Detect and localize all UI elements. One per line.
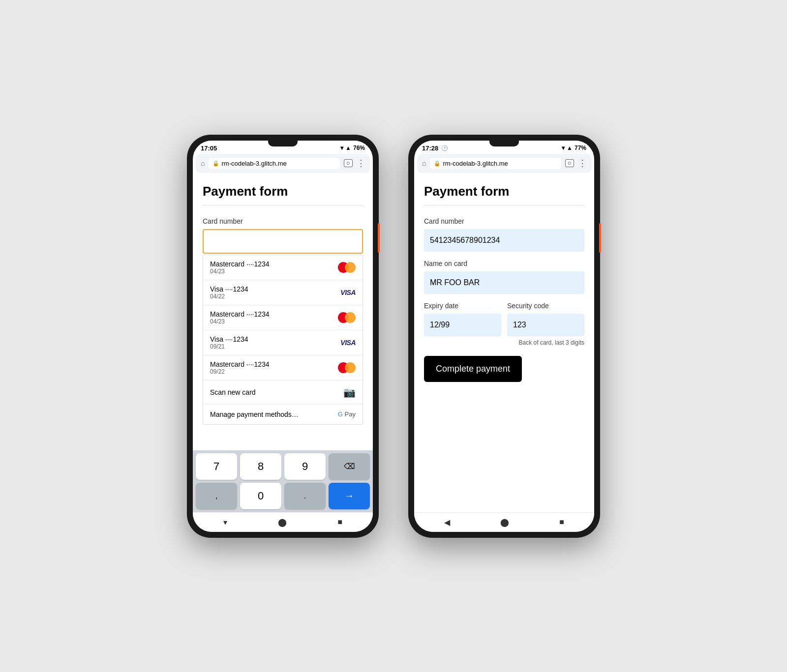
suggestion-name: Mastercard ····1234 <box>210 260 270 268</box>
list-item[interactable]: Visa ····1234 04/22 VISA <box>203 280 363 305</box>
key-9[interactable]: 9 <box>284 453 326 480</box>
key-8[interactable]: 8 <box>240 453 281 480</box>
nav-recent[interactable]: ■ <box>559 518 564 526</box>
nav-back[interactable]: ◀ <box>444 518 450 527</box>
wifi-icon: ▾ <box>562 145 565 151</box>
suggestion-details: Mastercard ····1234 09/22 <box>210 360 270 375</box>
status-time: 17:28 <box>422 145 438 152</box>
left-page-content: Payment form Card number Mastercard ····… <box>193 174 373 450</box>
nav-recent[interactable]: ■ <box>338 518 343 526</box>
security-code-input[interactable] <box>507 314 584 336</box>
security-hint: Back of card, last 3 digits <box>424 339 584 346</box>
expiry-input[interactable] <box>424 314 501 336</box>
mastercard-icon <box>338 362 356 373</box>
status-time: 17:05 <box>201 145 217 152</box>
key-0[interactable]: 0 <box>240 483 281 509</box>
card-number-input[interactable] <box>424 229 584 252</box>
home-icon[interactable]: ⌂ <box>201 159 205 167</box>
home-icon[interactable]: ⌂ <box>422 159 426 167</box>
mc-circle-right <box>345 362 356 373</box>
scan-new-card-row[interactable]: Scan new card 📷 <box>203 380 363 405</box>
suggestion-name: Visa ····1234 <box>210 335 248 343</box>
suggestion-expiry: 04/23 <box>210 318 270 325</box>
card-number-label: Card number <box>203 217 363 225</box>
suggestion-expiry: 09/22 <box>210 368 270 375</box>
list-item[interactable]: Mastercard ····1234 04/23 <box>203 305 363 330</box>
camera-notch <box>489 141 519 146</box>
left-phone: 17:05 ▾ ▲ 76% ⌂ 🔒 rm-codelab-3.glitch.me… <box>187 135 379 538</box>
suggestion-name: Visa ····1234 <box>210 285 248 293</box>
scan-new-card-label: Scan new card <box>210 388 256 396</box>
gpay-icon: G Pay <box>338 410 356 418</box>
right-phone-wrapper: 17:28 🕑 ▾ ▲ 77% ⌂ 🔒 rm-codelab-3.glitch.… <box>408 135 600 538</box>
title-divider <box>424 205 584 205</box>
expiry-label: Expiry date <box>424 302 501 310</box>
suggestion-details: Mastercard ····1234 04/23 <box>210 310 270 325</box>
suggestion-expiry: 04/22 <box>210 293 248 300</box>
key-backspace[interactable]: ⌫ <box>329 453 370 480</box>
key-7[interactable]: 7 <box>196 453 237 480</box>
mc-circle-right <box>345 312 356 323</box>
name-on-card-input[interactable] <box>424 271 584 294</box>
more-options-icon[interactable]: ⋮ <box>578 158 586 169</box>
clock-icon: 🕑 <box>441 145 448 151</box>
visa-icon: VISA <box>340 289 356 296</box>
manage-payment-label: Manage payment methods… <box>210 410 299 418</box>
suggestion-details: Mastercard ····1234 04/23 <box>210 260 270 275</box>
suggestion-name: Mastercard ····1234 <box>210 360 270 368</box>
left-phone-wrapper: 17:05 ▾ ▲ 76% ⌂ 🔒 rm-codelab-3.glitch.me… <box>187 135 379 538</box>
battery-text: 77% <box>575 145 586 151</box>
url-bar[interactable]: 🔒 rm-codelab-3.glitch.me <box>209 158 340 169</box>
url-bar[interactable]: 🔒 rm-codelab-3.glitch.me <box>430 158 561 169</box>
security-field: Security code <box>507 302 584 336</box>
lock-icon: 🔒 <box>434 160 441 167</box>
list-item[interactable]: Mastercard ····1234 04/23 <box>203 255 363 280</box>
suggestion-expiry: 09/21 <box>210 343 248 350</box>
visa-icon: VISA <box>340 339 356 347</box>
expiry-security-row: Expiry date Security code <box>424 302 584 336</box>
key-comma[interactable]: , <box>196 483 237 509</box>
side-volume-bar <box>599 223 601 253</box>
lock-icon: 🔒 <box>212 160 219 167</box>
camera-notch <box>268 141 298 146</box>
url-text: rm-codelab-3.glitch.me <box>443 160 508 167</box>
signal-icon: ▲ <box>345 145 351 151</box>
list-item[interactable]: Mastercard ····1234 09/22 <box>203 355 363 380</box>
bottom-nav: ▾ ⬤ ■ <box>193 512 373 532</box>
right-page-content: Payment form Card number Name on card Ex… <box>414 174 594 512</box>
page-title: Payment form <box>424 184 584 199</box>
side-volume-bar <box>378 223 380 253</box>
suggestions-dropdown: Mastercard ····1234 04/23 Visa ····1234 … <box>203 255 363 425</box>
status-icons: ▾ ▲ 77% <box>562 145 586 151</box>
suggestion-details: Visa ····1234 09/21 <box>210 335 248 350</box>
security-label: Security code <box>507 302 584 310</box>
manage-payment-methods-row[interactable]: Manage payment methods… G Pay <box>203 405 363 424</box>
key-period[interactable]: . <box>284 483 326 509</box>
url-text: rm-codelab-3.glitch.me <box>221 160 286 167</box>
status-icons: ▾ ▲ 76% <box>340 145 365 151</box>
numeric-keyboard: 7 8 9 ⌫ , 0 . → <box>193 450 373 512</box>
suggestion-name: Mastercard ····1234 <box>210 310 270 318</box>
nav-back[interactable]: ▾ <box>223 518 227 527</box>
nav-home[interactable]: ⬤ <box>278 518 287 527</box>
expiry-field: Expiry date <box>424 302 501 336</box>
bottom-nav: ◀ ⬤ ■ <box>414 512 594 532</box>
more-options-icon[interactable]: ⋮ <box>357 158 365 169</box>
tab-switcher-icon[interactable]: D <box>565 159 574 167</box>
card-number-input[interactable] <box>203 229 363 254</box>
mastercard-icon <box>338 312 356 323</box>
complete-payment-button[interactable]: Complete payment <box>424 356 522 382</box>
list-item[interactable]: Visa ····1234 09/21 VISA <box>203 330 363 355</box>
tab-switcher-icon[interactable]: D <box>344 159 353 167</box>
mc-circle-right <box>345 262 356 273</box>
mastercard-icon <box>338 262 356 273</box>
battery-text: 76% <box>353 145 365 151</box>
page-title: Payment form <box>203 184 363 199</box>
left-phone-inner: 17:05 ▾ ▲ 76% ⌂ 🔒 rm-codelab-3.glitch.me… <box>193 141 373 532</box>
right-phone: 17:28 🕑 ▾ ▲ 77% ⌂ 🔒 rm-codelab-3.glitch.… <box>408 135 600 538</box>
key-next[interactable]: → <box>329 483 370 509</box>
name-on-card-label: Name on card <box>424 260 584 267</box>
suggestion-expiry: 04/23 <box>210 268 270 275</box>
nav-home[interactable]: ⬤ <box>500 518 509 527</box>
right-phone-inner: 17:28 🕑 ▾ ▲ 77% ⌂ 🔒 rm-codelab-3.glitch.… <box>414 141 594 532</box>
